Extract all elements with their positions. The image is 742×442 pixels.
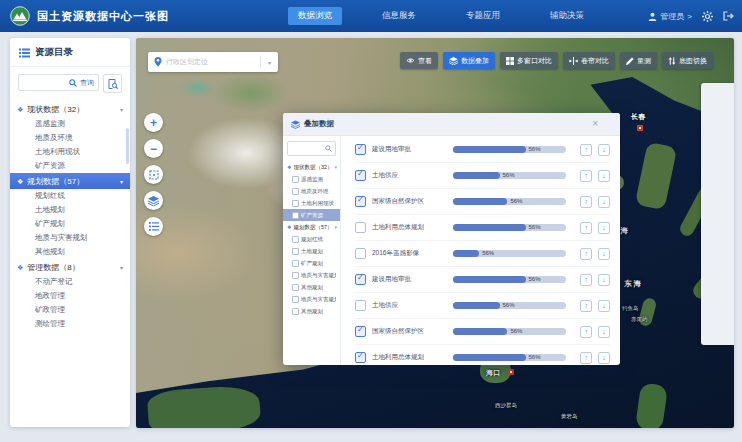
sidebar-item[interactable]: 其他规划 xyxy=(10,245,130,259)
move-down-button[interactable]: ↓ xyxy=(598,248,610,260)
opacity-slider[interactable]: 56% xyxy=(453,328,566,335)
logout-icon[interactable] xyxy=(723,11,734,21)
layer-checkbox[interactable] xyxy=(355,222,366,233)
dialog-tree-item[interactable]: 土地规划 xyxy=(287,245,336,257)
sidebar-scrollbar[interactable] xyxy=(126,128,129,164)
move-down-button[interactable]: ↓ xyxy=(598,326,610,338)
sidebar-item[interactable]: 地政管理 xyxy=(10,289,130,303)
close-icon[interactable]: × xyxy=(592,119,598,129)
nav-item-3[interactable]: 专题应用 xyxy=(456,7,510,25)
region-locator-select[interactable]: 行政区划定位 ▾ xyxy=(148,52,278,72)
opacity-slider[interactable]: 56% xyxy=(453,224,566,231)
layers-button[interactable] xyxy=(144,191,163,210)
dialog-tree-item[interactable]: 地质及环境 xyxy=(287,185,336,197)
dialog-tree-item[interactable]: 其他规划 xyxy=(287,281,336,293)
layer-checkbox[interactable] xyxy=(355,300,366,311)
opacity-slider[interactable]: 56% xyxy=(453,146,566,153)
checkbox[interactable] xyxy=(292,260,299,267)
opacity-slider[interactable]: 56% xyxy=(453,354,566,361)
move-up-button[interactable]: ↑ xyxy=(580,300,592,312)
move-down-button[interactable]: ↓ xyxy=(598,300,610,312)
opacity-slider[interactable]: 56% xyxy=(453,276,566,283)
sidebar-item[interactable]: 遥感监测 xyxy=(10,117,130,131)
opacity-slider[interactable]: 56% xyxy=(453,172,566,179)
zoom-in-button[interactable]: + xyxy=(144,113,163,132)
dialog-tree-item[interactable]: 地质与灾害规划 xyxy=(287,269,336,281)
dialog-tree-item[interactable]: 矿产规划 xyxy=(287,257,336,269)
sidebar-item[interactable]: 不动产登记 xyxy=(10,275,130,289)
sidebar-item[interactable]: 测绘管理 xyxy=(10,317,130,331)
checkbox[interactable] xyxy=(292,188,299,195)
tool-3-button[interactable]: 多窗口对比 xyxy=(500,52,558,69)
dialog-tree-item[interactable]: 规划红线 xyxy=(287,233,336,245)
sidebar-item[interactable]: 土地规划 xyxy=(10,203,130,217)
full-extent-button[interactable] xyxy=(144,165,163,184)
layer-checkbox[interactable] xyxy=(355,170,366,181)
nav-item-4[interactable]: 辅助决策 xyxy=(540,7,594,25)
move-up-button[interactable]: ↑ xyxy=(580,352,592,364)
move-up-button[interactable]: ↑ xyxy=(580,222,592,234)
move-down-button[interactable]: ↓ xyxy=(598,274,610,286)
move-up-button[interactable]: ↑ xyxy=(580,326,592,338)
layer-checkbox[interactable] xyxy=(355,248,366,259)
move-up-button[interactable]: ↑ xyxy=(580,170,592,182)
legend-button[interactable] xyxy=(144,217,163,236)
move-up-button[interactable]: ↑ xyxy=(580,274,592,286)
sidebar-group-1[interactable]: ❖现状数据（32）▾ xyxy=(10,101,130,117)
user-menu[interactable]: 管理员 > xyxy=(648,11,692,22)
sidebar-item[interactable]: 矿产规划 xyxy=(10,217,130,231)
dialog-tree-item[interactable]: 其他规划 xyxy=(287,305,336,317)
move-up-button[interactable]: ↑ xyxy=(580,248,592,260)
sidebar-group-3[interactable]: ❖管理数据（8）▾ xyxy=(10,259,130,275)
move-down-button[interactable]: ↓ xyxy=(598,222,610,234)
sidebar-item[interactable]: 土地利用现状 xyxy=(10,145,130,159)
nav-item-2[interactable]: 信息服务 xyxy=(372,7,426,25)
checkbox[interactable] xyxy=(292,308,299,315)
checkbox[interactable] xyxy=(292,176,299,183)
right-drawer[interactable] xyxy=(701,83,734,345)
checkbox[interactable] xyxy=(292,236,299,243)
layer-checkbox[interactable] xyxy=(355,144,366,155)
checkbox[interactable] xyxy=(292,296,299,303)
move-down-button[interactable]: ↓ xyxy=(598,352,610,364)
checkbox[interactable] xyxy=(292,284,299,291)
layer-checkbox[interactable] xyxy=(355,326,366,337)
dialog-tree-item[interactable]: 地质与灾害规划 xyxy=(287,293,336,305)
checkbox[interactable] xyxy=(292,200,299,207)
opacity-slider[interactable]: 56% xyxy=(453,198,566,205)
nav-item-1[interactable]: 数据浏览 xyxy=(288,7,342,25)
dialog-search-input[interactable] xyxy=(287,141,336,156)
tool-6-button[interactable]: 底图切换 xyxy=(662,52,713,69)
zoom-out-button[interactable]: − xyxy=(144,139,163,158)
checkbox[interactable] xyxy=(292,248,299,255)
move-down-button[interactable]: ↓ xyxy=(598,196,610,208)
checkbox[interactable] xyxy=(292,272,299,279)
tool-4-button[interactable]: 卷帘对比 xyxy=(563,52,615,69)
dialog-tree-item[interactable]: 矿产资源 xyxy=(283,209,340,221)
search-input[interactable]: 查询 xyxy=(18,74,99,91)
opacity-slider[interactable]: 56% xyxy=(453,302,566,309)
sidebar-group-2[interactable]: ❖规划数据（57）▾ xyxy=(10,173,130,189)
move-down-button[interactable]: ↓ xyxy=(598,170,610,182)
tool-2-button[interactable]: 数据叠加 xyxy=(443,52,495,69)
layer-checkbox[interactable] xyxy=(355,274,366,285)
move-up-button[interactable]: ↑ xyxy=(580,196,592,208)
opacity-slider[interactable]: 56% xyxy=(453,250,566,257)
dialog-tree-group-2[interactable]: ❖规划数据（57）▾ xyxy=(287,221,336,233)
settings-gear-icon[interactable] xyxy=(702,11,713,22)
advanced-search-button[interactable] xyxy=(103,74,122,93)
dialog-tree-group-1[interactable]: ❖现状数据（32）▾ xyxy=(287,161,336,173)
sidebar-item[interactable]: 地质及环境 xyxy=(10,131,130,145)
checkbox[interactable] xyxy=(292,212,299,219)
sidebar-item[interactable]: 矿政管理 xyxy=(10,303,130,317)
sidebar-item[interactable]: 矿产资源 xyxy=(10,159,130,173)
move-down-button[interactable]: ↓ xyxy=(598,144,610,156)
dialog-tree-item[interactable]: 遥感监测 xyxy=(287,173,336,185)
move-up-button[interactable]: ↑ xyxy=(580,144,592,156)
tool-5-button[interactable]: 量测 xyxy=(620,52,657,69)
sidebar-item[interactable]: 规划红线 xyxy=(10,189,130,203)
layer-checkbox[interactable] xyxy=(355,352,366,363)
layer-checkbox[interactable] xyxy=(355,196,366,207)
sidebar-item[interactable]: 地质与灾害规划 xyxy=(10,231,130,245)
dialog-tree-item[interactable]: 土地利用现状 xyxy=(287,197,336,209)
